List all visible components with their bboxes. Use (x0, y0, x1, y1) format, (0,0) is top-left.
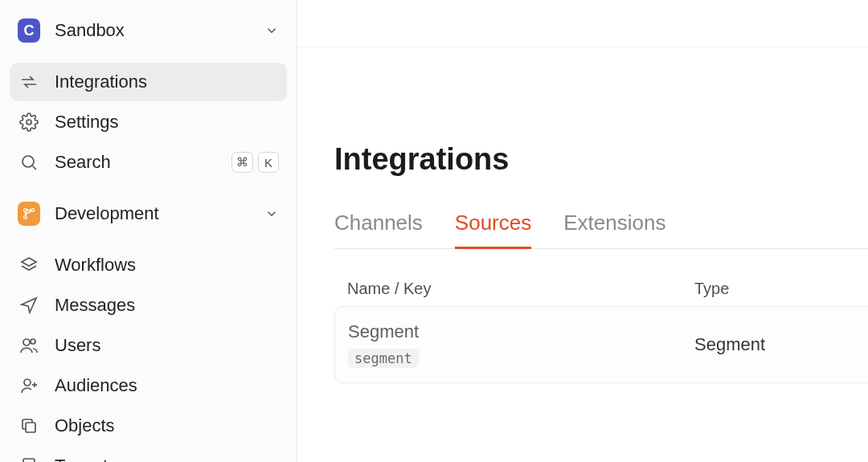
row-key: segment (348, 349, 419, 368)
sidebar-item-settings[interactable]: Settings (10, 103, 287, 141)
branch-icon (18, 202, 40, 225)
sidebar-item-messages[interactable]: Messages (10, 286, 287, 325)
sources-table: Name / Key Type Segment segment Segment (334, 272, 868, 383)
tab-extensions[interactable]: Extensions (563, 211, 665, 249)
table-row[interactable]: Segment segment Segment (334, 306, 868, 383)
sidebar-item-label: Messages (55, 295, 279, 316)
chevron-down-icon (264, 23, 279, 38)
layers-icon (18, 254, 40, 276)
tab-channels[interactable]: Channels (334, 211, 423, 249)
environment-switcher[interactable]: Development (10, 194, 287, 233)
sidebar-item-label: Integrations (55, 72, 279, 92)
main-content: Integrations Channels Sources Extensions… (297, 0, 868, 462)
gear-icon (18, 111, 40, 133)
sidebar-item-integrations[interactable]: Integrations (10, 63, 287, 101)
user-plus-icon (18, 374, 40, 397)
workspace-switcher[interactable]: C Sandbox (10, 11, 287, 50)
sidebar-item-audiences[interactable]: Audiences (10, 366, 287, 405)
svg-point-9 (24, 379, 31, 386)
cell-name: Segment segment (348, 321, 694, 368)
svg-point-4 (24, 216, 27, 219)
building-icon (18, 455, 40, 462)
workspace-logo-icon: C (18, 19, 40, 42)
kbd-k: K (258, 152, 279, 173)
svg-point-8 (31, 339, 35, 344)
svg-marker-6 (22, 258, 36, 266)
col-header-type: Type (694, 280, 855, 298)
sidebar-item-workflows[interactable]: Workflows (10, 246, 287, 284)
chevron-down-icon (264, 206, 279, 221)
svg-point-1 (23, 156, 34, 167)
tabs: Channels Sources Extensions (334, 211, 868, 249)
sidebar-item-label: Objects (55, 415, 279, 436)
search-icon (18, 151, 40, 174)
copy-icon (18, 415, 40, 437)
table-header-row: Name / Key Type (334, 272, 868, 306)
svg-point-0 (27, 120, 31, 125)
row-name: Segment (348, 321, 694, 342)
kbd-cmd: ⌘ (231, 152, 253, 173)
sidebar-item-label: Audiences (55, 375, 279, 396)
send-icon (18, 294, 40, 317)
svg-line-2 (33, 166, 37, 170)
svg-point-3 (24, 209, 27, 212)
sidebar-item-search[interactable]: Search ⌘ K (10, 143, 287, 182)
sidebar-item-label: Settings (55, 112, 279, 133)
sidebar-item-label: Users (55, 335, 279, 356)
sidebar-item-tenants[interactable]: Tenants (10, 447, 287, 462)
svg-rect-12 (26, 423, 35, 432)
svg-point-7 (23, 339, 30, 345)
sidebar-item-objects[interactable]: Objects (10, 407, 287, 445)
users-icon (18, 334, 40, 357)
sidebar-item-users[interactable]: Users (10, 326, 287, 365)
cell-type: Segment (694, 334, 855, 355)
svg-rect-13 (23, 459, 35, 462)
col-header-name: Name / Key (347, 280, 694, 298)
environment-label: Development (55, 203, 264, 224)
sidebar-item-label: Tenants (55, 456, 279, 462)
tab-sources[interactable]: Sources (455, 211, 531, 249)
sidebar: C Sandbox Integrations Settings (0, 0, 297, 462)
swap-arrows-icon (18, 71, 40, 93)
search-shortcut: ⌘ K (231, 152, 279, 173)
page-title: Integrations (334, 142, 868, 177)
sidebar-item-label: Search (55, 152, 231, 173)
sidebar-item-label: Workflows (55, 255, 279, 276)
workspace-label: Sandbox (55, 20, 264, 41)
